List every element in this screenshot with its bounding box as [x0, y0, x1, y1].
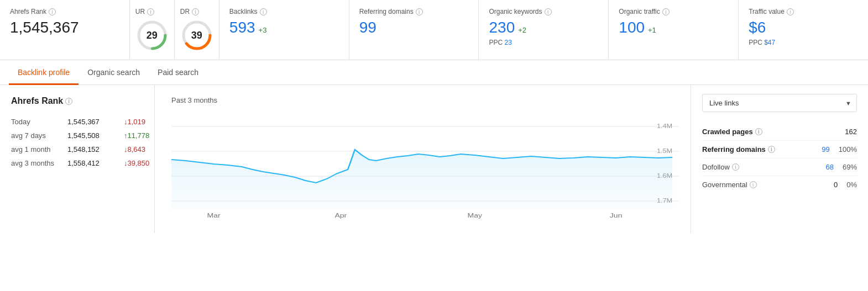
svg-text:1.5M: 1.5M	[657, 148, 672, 154]
info-icon-ur[interactable]: i	[147, 8, 154, 15]
metric-organic-traffic: Organic traffic i 100 +1	[609, 0, 739, 60]
rank-delta-today: ↓1,019	[124, 118, 145, 126]
info-icon-rank-section[interactable]: i	[65, 98, 72, 105]
info-icon-governmental[interactable]: i	[750, 181, 757, 188]
rank-value-3months: 1,558,412	[67, 159, 117, 167]
rank-label-3months: avg 3 months	[11, 159, 61, 167]
metric-delta-organic-traffic: +1	[648, 26, 656, 34]
metric-value-referring-domains: 99	[359, 19, 469, 36]
rank-row-3months: avg 3 months 1,558,412 ↓39,850	[11, 156, 166, 170]
ur-value: 29	[147, 30, 158, 41]
metric-value-backlinks: 593	[229, 19, 255, 36]
metric-ahrefs-rank: Ahrefs Rank i 1,545,367	[0, 0, 130, 60]
metric-value-organic-keywords: 230	[489, 19, 515, 36]
metric-label-backlinks: Backlinks i	[229, 8, 339, 15]
referring-domains-values: 99 100%	[822, 145, 857, 154]
governmental-label: Governmental i	[702, 181, 757, 189]
rank-row-today: Today 1,545,367 ↓1,019	[11, 115, 166, 129]
metric-referring-domains: Referring domains i 99	[349, 0, 479, 60]
metric-traffic-value: Traffic value i $6 PPC $47	[739, 0, 868, 60]
referring-domains-value-right: 99	[822, 145, 829, 154]
rank-table: Today 1,545,367 ↓1,019 avg 7 days 1,545,…	[11, 115, 166, 170]
rank-stats-panel: Ahrefs Rank i Today 1,545,367 ↓1,019 avg…	[0, 85, 155, 233]
metric-label-traffic-value: Traffic value i	[749, 8, 858, 15]
info-icon-backlinks[interactable]: i	[260, 8, 267, 15]
rank-chart-svg: 1.4M 1.5M 1.6M 1.7M Mar	[171, 110, 679, 220]
metric-organic-keywords: Organic keywords i 230 +2 PPC 23	[479, 0, 609, 60]
dofollow-pct: 69%	[843, 163, 857, 171]
svg-text:Jun: Jun	[610, 212, 623, 219]
rank-value-1month: 1,548,152	[67, 145, 117, 154]
metric-ur: UR i 29	[130, 0, 175, 60]
rank-delta-7days: ↑11,778	[124, 131, 149, 140]
right-panel: Live links All time ▼ Crawled pages i 16…	[691, 85, 868, 233]
metric-backlinks: Backlinks i 593 +3	[219, 0, 349, 60]
live-links-dropdown[interactable]: Live links All time	[702, 94, 857, 112]
governmental-value: 0	[834, 181, 838, 189]
metric-sub-traffic-value: PPC $47	[749, 39, 858, 46]
metric-sub-organic-keywords: PPC 23	[489, 39, 598, 46]
filter-dropdown-wrap: Live links All time ▼	[702, 94, 857, 112]
metric-delta-organic-keywords: +2	[518, 26, 526, 34]
metric-label-ahrefs-rank: Ahrefs Rank i	[10, 8, 119, 15]
tab-paid-search[interactable]: Paid search	[149, 60, 207, 85]
metric-label-organic-traffic: Organic traffic i	[619, 8, 728, 15]
dofollow-label: Dofollow i	[702, 163, 739, 171]
dofollow-value: 68	[826, 163, 834, 171]
rank-label-7days: avg 7 days	[11, 131, 61, 140]
metric-value-organic-traffic: 100	[619, 19, 645, 36]
referring-domains-row: Referring domains i 99 100%	[702, 141, 857, 158]
dofollow-row: Dofollow i 68 69%	[702, 158, 857, 176]
info-icon-organic-traffic[interactable]: i	[662, 8, 670, 15]
rank-delta-1month: ↓8,643	[124, 145, 145, 154]
metric-label-dr: DR i	[180, 8, 213, 15]
dr-value: 39	[191, 30, 202, 41]
info-icon-dr[interactable]: i	[192, 8, 199, 15]
metrics-bar: Ahrefs Rank i 1,545,367 UR i 29 DR	[0, 0, 868, 60]
svg-text:1.4M: 1.4M	[657, 123, 672, 129]
metric-value-traffic-value: $6	[749, 19, 858, 36]
info-icon-dofollow[interactable]: i	[732, 163, 739, 171]
left-main: Ahrefs Rank i Today 1,545,367 ↓1,019 avg…	[0, 85, 691, 233]
metric-value-ahrefs-rank: 1,545,367	[10, 19, 119, 36]
chart-title: Past 3 months	[171, 96, 679, 104]
governmental-pct: 0%	[846, 181, 857, 189]
crawled-pages-values: 162	[845, 128, 857, 136]
dofollow-values: 68 69%	[826, 163, 857, 171]
info-icon-referring-domains-right[interactable]: i	[768, 146, 775, 153]
tabs-bar: Backlink profile Organic search Paid sea…	[0, 60, 868, 85]
dr-gauge: 39	[180, 19, 213, 52]
info-icon-organic-keywords[interactable]: i	[545, 8, 552, 15]
metric-label-referring-domains: Referring domains i	[359, 8, 469, 15]
rank-value-7days: 1,545,508	[67, 131, 117, 140]
crawled-pages-row: Crawled pages i 162	[702, 123, 857, 141]
svg-text:May: May	[468, 212, 483, 219]
rank-label-1month: avg 1 month	[11, 145, 61, 154]
rank-label-today: Today	[11, 118, 61, 126]
referring-domains-pct: 100%	[839, 145, 857, 154]
crawled-pages-value: 162	[845, 128, 857, 136]
svg-text:Apr: Apr	[334, 212, 347, 219]
ur-gauge: 29	[135, 19, 169, 52]
main-content: Ahrefs Rank i Today 1,545,367 ↓1,019 avg…	[0, 85, 868, 233]
chart-area: Past 3 months 1.4M 1.5M 1.6M 1.7M	[155, 85, 691, 233]
info-icon-referring-domains[interactable]: i	[416, 8, 423, 15]
metric-dr: DR i 39	[175, 0, 219, 60]
tab-organic-search[interactable]: Organic search	[79, 60, 149, 85]
rank-row-7days: avg 7 days 1,545,508 ↑11,778	[11, 129, 166, 142]
rank-delta-3months: ↓39,850	[124, 159, 149, 167]
info-icon-crawled-pages[interactable]: i	[755, 128, 762, 135]
metric-delta-backlinks: +3	[259, 26, 267, 34]
referring-domains-label-right: Referring domains i	[702, 145, 775, 154]
tab-backlink-profile[interactable]: Backlink profile	[9, 60, 79, 85]
svg-text:Mar: Mar	[207, 212, 220, 219]
chart-svg-wrap: 1.4M 1.5M 1.6M 1.7M Mar	[171, 110, 679, 222]
rank-row-1month: avg 1 month 1,548,152 ↓8,643	[11, 142, 166, 156]
rank-value-today: 1,545,367	[67, 118, 117, 126]
governmental-row: Governmental i 0 0%	[702, 176, 857, 193]
info-icon-ahrefs-rank[interactable]: i	[49, 8, 56, 15]
metric-label-organic-keywords: Organic keywords i	[489, 8, 598, 15]
governmental-values: 0 0%	[834, 181, 857, 189]
metric-label-ur: UR i	[135, 8, 169, 15]
info-icon-traffic-value[interactable]: i	[787, 8, 794, 15]
